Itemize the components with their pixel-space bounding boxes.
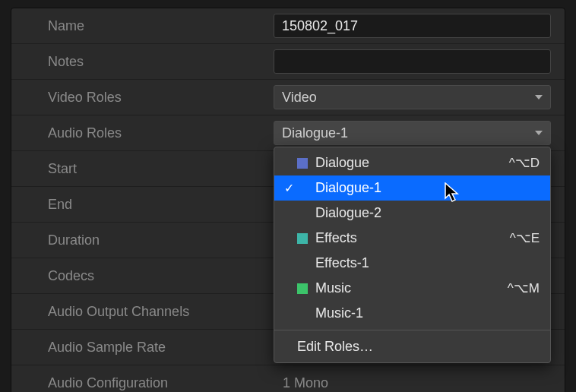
audio-roles-menu: Dialogue^⌥D✓Dialogue-1Dialogue-2Effects^… <box>274 147 551 363</box>
menu-item-music-1[interactable]: Music-1 <box>274 301 550 326</box>
menu-item-label: Dialogue-1 <box>315 180 540 196</box>
label-audio-output-channels: Audio Output Channels <box>11 304 274 320</box>
chevron-down-icon <box>535 95 543 100</box>
label-duration: Duration <box>11 232 274 248</box>
label-codecs: Codecs <box>11 268 274 284</box>
label-name: Name <box>11 18 274 34</box>
label-audio-roles: Audio Roles <box>11 125 274 141</box>
menu-item-dialogue[interactable]: Dialogue^⌥D <box>274 150 550 175</box>
menu-item-shortcut: ^⌥M <box>508 280 540 296</box>
audio-roles-value: Dialogue-1 <box>282 125 348 141</box>
row-video-roles: Video Roles Video <box>11 80 565 115</box>
menu-item-music[interactable]: Music^⌥M <box>274 276 550 301</box>
label-audio-configuration: Audio Configuration <box>11 375 274 391</box>
menu-item-edit-roles[interactable]: Edit Roles… <box>274 334 550 359</box>
menu-item-label: Dialogue <box>315 155 509 171</box>
color-swatch <box>297 158 308 169</box>
menu-item-effects-1[interactable]: Effects-1 <box>274 251 550 276</box>
menu-item-shortcut: ^⌥E <box>510 230 540 246</box>
color-swatch <box>297 283 308 294</box>
color-swatch <box>297 233 308 244</box>
notes-input[interactable] <box>274 49 551 74</box>
row-notes: Notes <box>11 44 565 80</box>
menu-item-label: Edit Roles… <box>297 339 540 355</box>
label-notes: Notes <box>11 54 274 70</box>
row-audio-roles: Audio Roles Dialogue-1 Dialogue^⌥D✓Dialo… <box>11 115 565 151</box>
checkmark-icon: ✓ <box>280 181 297 195</box>
audio-roles-dropdown[interactable]: Dialogue-1 <box>274 121 551 145</box>
menu-separator <box>274 330 550 330</box>
row-audio-configuration: Audio Configuration 1 Mono <box>11 365 565 392</box>
chevron-down-icon <box>535 131 543 135</box>
menu-item-dialogue-1[interactable]: ✓Dialogue-1 <box>274 175 550 201</box>
menu-item-label: Music <box>315 280 508 296</box>
menu-item-effects[interactable]: Effects^⌥E <box>274 226 550 251</box>
menu-item-dialogue-2[interactable]: Dialogue-2 <box>274 201 550 226</box>
menu-item-label: Music-1 <box>315 305 540 321</box>
video-roles-dropdown[interactable]: Video <box>274 85 551 109</box>
menu-item-label: Effects-1 <box>315 255 540 271</box>
label-start: Start <box>11 161 274 177</box>
inspector-panel: Name Notes Video Roles Video Audio Roles… <box>11 8 565 392</box>
label-end: End <box>11 197 274 213</box>
name-input[interactable] <box>274 14 551 38</box>
menu-item-label: Dialogue-2 <box>315 205 540 221</box>
menu-item-label: Effects <box>315 230 510 246</box>
row-name: Name <box>11 8 565 44</box>
video-roles-value: Video <box>282 90 317 106</box>
audio-configuration-value: 1 Mono <box>274 375 328 390</box>
label-audio-sample-rate: Audio Sample Rate <box>11 340 274 356</box>
label-video-roles: Video Roles <box>11 90 274 106</box>
menu-item-shortcut: ^⌥D <box>509 155 540 171</box>
